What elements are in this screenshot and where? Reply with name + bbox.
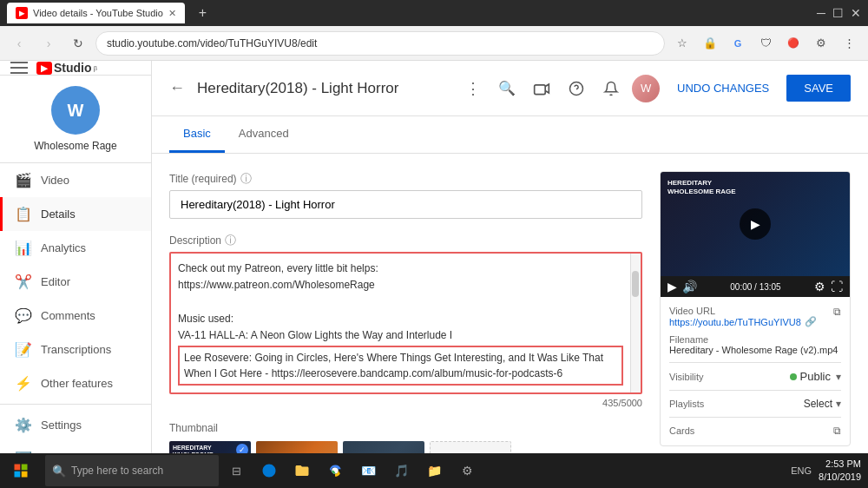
svg-rect-2 [15,465,21,471]
youtube-logo-icon: ▶ [36,62,52,75]
description-inner: Check out my Patreon, every little bit h… [171,254,641,392]
thumbnail-section: Thumbnail HEREDITARYWHOLESOMERAGE 13:06 … [169,422,642,453]
title-label-text: Title (required) [169,173,237,185]
back-nav-button[interactable]: ‹ [7,31,31,56]
thumb-selected-icon: ✓ [236,444,248,453]
nav-right-icons: ☆ 🔒 G 🛡 🔴 ⚙ ⋮ [670,31,861,56]
play-pause-button[interactable]: ▶ [667,280,677,293]
settings-button[interactable]: ⚙ [814,280,825,293]
url-copy-icon[interactable]: ⧉ [833,306,841,318]
cards-external-link-icon[interactable]: ⧉ [833,425,841,437]
taskbar-app-7[interactable]: 📁 [418,455,450,486]
thumbnail-2[interactable] [256,441,338,453]
sidebar-item-settings[interactable]: ⚙️ Settings [0,408,151,442]
taskbar-edge[interactable] [253,455,285,486]
more-options-icon[interactable]: ⋮ [465,79,481,98]
fullscreen-button[interactable]: ⛶ [831,280,843,293]
sidebar-item-whats-new[interactable]: 🆕 What's new [0,442,151,453]
taskbar-chrome[interactable] [319,455,351,486]
video-time: 00:00 / 13:05 [702,282,809,292]
visibility-label: Visibility [669,372,704,382]
extension-icon-1[interactable]: 🔒 [698,31,722,56]
visibility-row: Visibility Public ▾ [669,362,841,383]
taskbar-search[interactable]: 🔍 Type here to search [45,455,219,486]
volume-button[interactable]: 🔊 [682,280,697,293]
description-info-icon[interactable]: ⓘ [225,233,236,248]
taskbar-task-view[interactable]: ⊟ [220,455,252,486]
maximize-button[interactable]: ☐ [832,6,844,20]
description-scrollbar[interactable] [630,254,641,392]
extension-icon-3[interactable]: 🛡 [753,31,778,56]
taskbar-system-tray: ENG [791,465,812,476]
address-bar[interactable] [95,31,665,56]
close-button[interactable]: ✕ [851,6,861,20]
svg-rect-0 [535,84,546,94]
url-external-link-icon[interactable]: 🔗 [805,316,817,327]
taskbar-app-8[interactable]: ⚙ [451,455,483,486]
taskbar-clock: 2:53 PM 8/10/2019 [819,458,861,485]
browser-window: ▶ Video details - YouTube Studio ✕ + ─ ☐… [0,0,868,453]
sidebar-label-analytics: Analytics [41,241,86,254]
thumbnail-1[interactable]: HEREDITARYWHOLESOMERAGE 13:06 ✓ [169,441,251,453]
taskbar-explorer[interactable] [286,455,318,486]
visibility-expand-icon[interactable]: ▾ [836,371,841,383]
cards-row: Cards ⧉ [669,417,841,437]
public-indicator [790,373,797,380]
play-button[interactable]: ▶ [740,208,771,240]
sidebar-hamburger[interactable] [10,62,28,74]
video-url-row: Video URL https://youtu.be/TuTHGuYIVU8 🔗… [669,306,841,327]
bookmark-icon[interactable]: ☆ [670,31,694,56]
undo-changes-button[interactable]: UNDO CHANGES [667,76,779,100]
form-area: Title (required) ⓘ Description ⓘ [152,154,868,453]
reload-nav-button[interactable]: ↻ [66,31,90,56]
description-label: Description ⓘ [169,233,642,248]
video-url-value: https://youtu.be/TuTHGuYIVU8 🔗 [669,316,817,327]
tab-advanced[interactable]: Advanced [225,116,303,153]
sidebar-item-analytics[interactable]: 📊 Analytics [0,231,151,265]
header-notification-icon[interactable] [597,75,625,102]
sidebar-label-settings: Settings [41,419,82,432]
minimize-button[interactable]: ─ [817,6,825,20]
start-button[interactable] [0,453,42,488]
title-field-group: Title (required) ⓘ [169,171,642,219]
analytics-icon: 📊 [15,240,32,256]
taskbar-app-6[interactable]: 🎵 [385,455,417,486]
tab-close-button[interactable]: ✕ [168,8,176,19]
extension-icon-4[interactable]: 🔴 [781,31,806,56]
browser-tab[interactable]: ▶ Video details - YouTube Studio ✕ [7,3,185,23]
header-search-icon[interactable]: 🔍 [493,75,521,102]
video-url-text[interactable]: https://youtu.be/TuTHGuYIVU8 [669,317,801,327]
back-button[interactable]: ← [169,79,185,97]
sidebar-item-video[interactable]: 🎬 Video [0,163,151,197]
playlists-expand-icon[interactable]: ▾ [836,398,841,410]
thumbnail-3[interactable] [343,441,424,453]
taskbar-app-5[interactable]: 📧 [352,455,384,486]
transcriptions-icon: 📝 [15,341,32,358]
sidebar-item-transcriptions[interactable]: 📝 Transcriptions [0,333,151,366]
header-camera-icon[interactable] [528,75,556,102]
save-button[interactable]: SAVE [786,75,851,102]
thumbnail-upload[interactable]: + Upload [430,441,511,453]
title-info-icon[interactable]: ⓘ [240,171,252,187]
sidebar-label-editor: Editor [41,275,70,288]
sidebar-item-editor[interactable]: ✂️ Editor [0,265,151,299]
new-tab-button[interactable]: + [192,5,214,21]
tab-basic[interactable]: Basic [169,116,225,153]
header-help-icon[interactable] [562,75,590,102]
playlists-label: Playlists [669,399,704,409]
title-input[interactable] [169,190,642,219]
video-thumbnail[interactable]: HEREDITARYWHOLESOME RAGE ▶ [661,172,850,276]
video-overlay: ▶ [661,172,850,276]
browser-titlebar: ▶ Video details - YouTube Studio ✕ + ─ ☐… [0,0,868,26]
forward-nav-button[interactable]: › [36,31,61,56]
taskbar: 🔍 Type here to search ⊟ 📧 🎵 📁 ⚙ ENG 2:53… [0,453,868,488]
extension-icon-5[interactable]: ⚙ [809,31,833,56]
description-highlight: Lee Rosevere: Going in Circles, Here's W… [178,346,623,386]
sidebar-item-details[interactable]: 📋 Details [0,197,151,231]
browser-menu-icon[interactable]: ⋮ [837,31,861,56]
sidebar-item-comments[interactable]: 💬 Comments [0,299,151,333]
header-avatar[interactable]: W [632,75,660,102]
channel-avatar: W [51,86,100,135]
extension-icon-2[interactable]: G [726,31,750,56]
sidebar-item-other-features[interactable]: ⚡ Other features [0,366,151,400]
